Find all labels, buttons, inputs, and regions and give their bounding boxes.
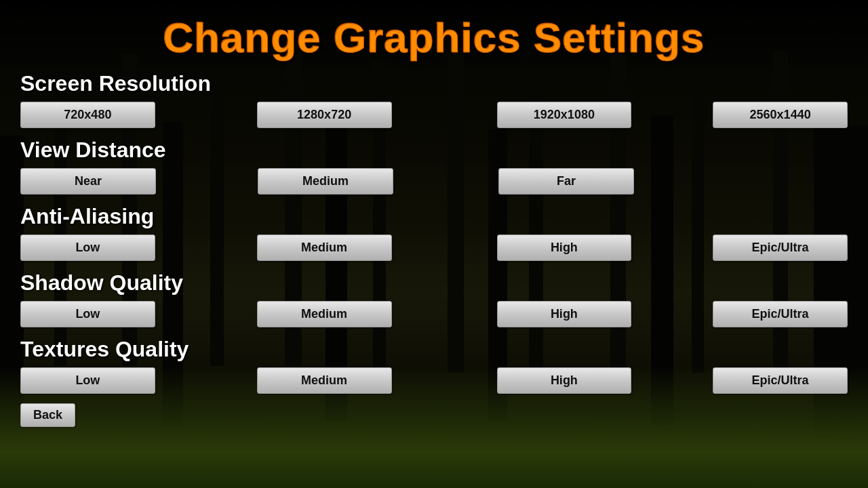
sq-high-button[interactable]: High [497, 301, 632, 327]
anti-aliasing-row: Low Medium High Epic/Ultra [20, 235, 848, 261]
screen-resolution-label: Screen Resolution [20, 71, 848, 96]
screen-resolution-row: 720x480 868x488 1920x1080 2560x1440 [20, 102, 848, 128]
textures-quality-label: Textures Quality [20, 337, 848, 362]
vd-medium-button[interactable]: Medium [258, 168, 393, 195]
aa-medium-button[interactable]: Medium [257, 235, 392, 261]
anti-aliasing-label: Anti-Aliasing [20, 204, 848, 229]
res-2560x1440-button[interactable]: 2560x1440 [713, 102, 848, 128]
sq-medium-button[interactable]: Medium [257, 301, 392, 327]
view-distance-label: View Distance [20, 138, 848, 163]
shadow-quality-label: Shadow Quality [20, 270, 848, 296]
aa-high-button[interactable]: High [497, 235, 632, 261]
page-title: Change Graphics Settings [163, 14, 705, 61]
sq-epic-button[interactable]: Epic/Ultra [713, 301, 848, 327]
back-button[interactable]: Back [20, 403, 75, 427]
vd-far-button[interactable]: Far [498, 168, 634, 195]
aa-low-button[interactable]: Low [20, 235, 155, 261]
aa-epic-button[interactable]: Epic/Ultra [713, 235, 848, 261]
res-868x488-button[interactable]: 868x488 [257, 102, 392, 128]
tq-high-button[interactable]: High [497, 367, 632, 394]
textures-quality-row: Low Medium High Epic/Ultra [20, 367, 848, 394]
res-720x480-button[interactable]: 720x480 [20, 102, 155, 128]
tq-epic-button[interactable]: Epic/Ultra [713, 367, 848, 394]
sq-low-button[interactable]: Low [20, 301, 155, 327]
tq-low-button[interactable]: Low [20, 367, 155, 394]
view-distance-row: Near Medium Far [20, 168, 848, 195]
tq-medium-button[interactable]: Medium [257, 367, 392, 394]
vd-near-button[interactable]: Near [20, 168, 156, 195]
res-1920x1080-button[interactable]: 1920x1080 [497, 102, 632, 128]
shadow-quality-row: Low Medium High Epic/Ultra [20, 301, 848, 327]
